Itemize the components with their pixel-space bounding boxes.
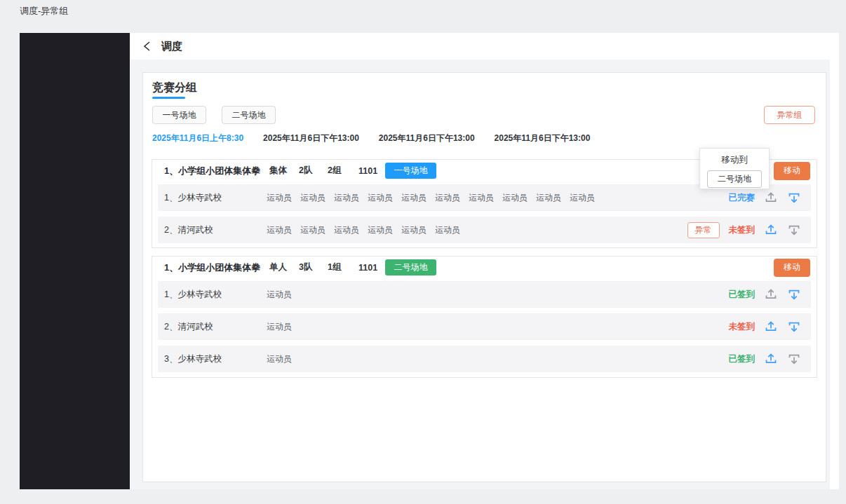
check-out-icon[interactable] [787, 352, 801, 366]
athlete-label[interactable]: 运动员 [401, 192, 435, 204]
group-title: 1、小学组小团体集体拳 [164, 165, 269, 177]
check-out-icon[interactable] [787, 320, 801, 334]
team-row: 3、少林寺武校 运动员 已签到 [158, 346, 811, 372]
back-icon[interactable] [142, 41, 153, 52]
move-to-popover: 移动到 二号场地 [699, 148, 770, 189]
app-frame: 调度 竞赛分组 一号场地 二号场地 异常组 2025年11月6日上午8:30 2… [20, 33, 839, 489]
section-title: 竞赛分组 [152, 81, 197, 95]
athlete-label[interactable]: 运动员 [368, 224, 401, 236]
group-count: 1组 [328, 261, 358, 273]
sidebar [20, 33, 130, 489]
athlete-label[interactable]: 运动员 [267, 289, 300, 301]
athlete-label[interactable]: 运动员 [300, 192, 334, 204]
group-title: 1、小学组小团体集体拳 [164, 261, 269, 274]
team-row: 1、少林寺武校 运动员 已签到 [158, 281, 811, 308]
date-tab-active[interactable]: 2025年11月6日上午8:30 [152, 132, 243, 144]
check-out-icon[interactable] [787, 287, 801, 301]
team-name: 2、清河武校 [164, 224, 267, 236]
athlete-list: 运动员 [267, 289, 300, 301]
venue-badge: 一号场地 [385, 163, 436, 179]
page-header: 调度 [130, 33, 830, 60]
group-type: 单人 [269, 261, 299, 273]
athlete-label[interactable]: 运动员 [570, 192, 603, 204]
check-out-icon[interactable] [787, 223, 801, 237]
group-card-2: 1、小学组小团体集体拳 单人 3队 1组 1101 二号场地 移动 1、少林寺武… [152, 256, 817, 378]
main-panel: 竞赛分组 一号场地 二号场地 异常组 2025年11月6日上午8:30 2025… [142, 72, 826, 482]
athlete-label[interactable]: 运动员 [300, 224, 334, 236]
athlete-label[interactable]: 运动员 [267, 224, 300, 236]
team-name: 3、少林寺武校 [164, 353, 267, 365]
athlete-list: 运动员 [267, 321, 300, 333]
popover-option-venue-2[interactable]: 二号场地 [707, 170, 762, 188]
check-out-icon[interactable] [787, 191, 801, 205]
status-badge: 已完赛 [729, 192, 756, 204]
athlete-label[interactable]: 运动员 [334, 224, 368, 236]
status-badge: 已签到 [729, 353, 756, 365]
sign-in-icon[interactable] [764, 320, 778, 334]
date-tab[interactable]: 2025年11月6日下午13:00 [495, 132, 591, 144]
sign-in-icon[interactable] [764, 352, 778, 366]
status-badge: 未签到 [729, 224, 756, 236]
date-tabs: 2025年11月6日上午8:30 2025年11月6日下午13:00 2025年… [152, 132, 590, 144]
move-button[interactable]: 移动 [774, 162, 810, 180]
team-name: 1、少林寺武校 [164, 289, 267, 301]
sign-in-icon[interactable] [764, 287, 778, 301]
sign-in-icon[interactable] [764, 223, 778, 237]
date-tab[interactable]: 2025年11月6日下午13:00 [263, 132, 359, 144]
group-code: 1101 [358, 263, 383, 273]
athlete-label[interactable]: 运动员 [536, 192, 570, 204]
team-row: 2、清河武校 运动员 未签到 [158, 313, 811, 340]
team-row: 2、清河武校 运动员 运动员 运动员 运动员 运动员 运动员 异常 未签到 [158, 217, 811, 243]
athlete-label[interactable]: 运动员 [502, 192, 536, 204]
section-title-underline [152, 97, 185, 99]
group-type: 集体 [269, 165, 299, 177]
athlete-label[interactable]: 运动员 [401, 224, 435, 236]
team-name: 1、少林寺武校 [164, 192, 267, 204]
venue-badge: 二号场地 [385, 259, 436, 275]
athlete-label[interactable]: 运动员 [368, 192, 401, 204]
move-button[interactable]: 移动 [774, 259, 810, 277]
date-tab[interactable]: 2025年11月6日下午13:00 [379, 132, 475, 144]
abnormal-group-button[interactable]: 异常组 [764, 106, 815, 124]
athlete-label[interactable]: 运动员 [435, 192, 469, 204]
status-badge: 已签到 [729, 289, 756, 301]
athlete-label[interactable]: 运动员 [334, 192, 368, 204]
window-title: 调度-异常组 [20, 5, 68, 18]
group-teams: 3队 [299, 261, 328, 273]
sign-in-icon[interactable] [764, 191, 778, 205]
team-name: 2、清河武校 [164, 321, 267, 333]
status-badge: 未签到 [729, 321, 756, 333]
athlete-label[interactable]: 运动员 [267, 192, 300, 204]
group-code: 1101 [358, 166, 383, 176]
athlete-label[interactable]: 运动员 [469, 192, 502, 204]
group-teams: 2队 [299, 165, 328, 177]
group-card-2-header: 1、小学组小团体集体拳 单人 3队 1组 1101 二号场地 移动 [152, 257, 817, 278]
abnormal-badge[interactable]: 异常 [687, 222, 720, 238]
athlete-label[interactable]: 运动员 [267, 321, 300, 333]
venue-filter-2[interactable]: 二号场地 [222, 106, 276, 124]
page-title: 调度 [161, 40, 182, 53]
athlete-list: 运动员 运动员 运动员 运动员 运动员 运动员 运动员 运动员 运动员 运动员 [267, 192, 603, 204]
athlete-label[interactable]: 运动员 [267, 353, 300, 365]
athlete-list: 运动员 运动员 运动员 运动员 运动员 运动员 [267, 224, 469, 236]
venue-filter-1[interactable]: 一号场地 [152, 106, 206, 124]
athlete-label[interactable]: 运动员 [435, 224, 469, 236]
scrollbar-track[interactable] [830, 33, 839, 489]
popover-title: 移动到 [700, 154, 769, 166]
group-count: 2组 [328, 165, 358, 177]
athlete-list: 运动员 [267, 353, 300, 365]
